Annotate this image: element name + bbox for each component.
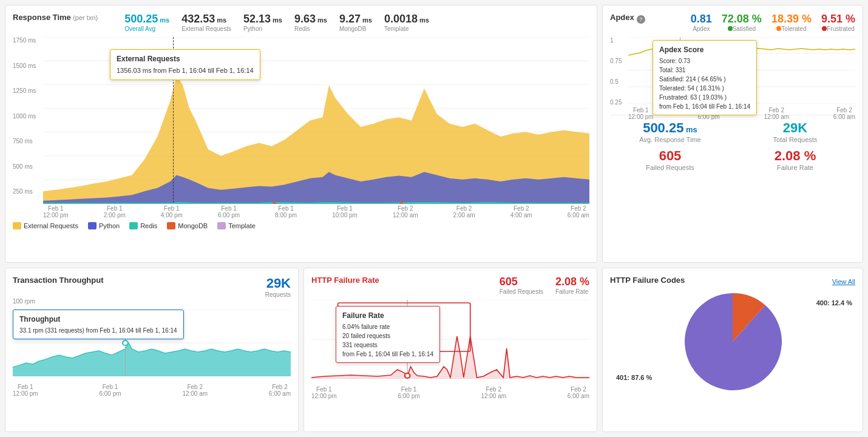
xaxis-feb2-2am: Feb 22:00 am [453,205,475,218]
mongodb-label: MongoDB [339,25,372,32]
apdex-stats: 500.25 ms Avg. Response Time 29K Total R… [610,120,855,171]
yaxis-1500: 1500 ms [13,63,43,69]
redis-metric: 9.63 ms Redis [294,13,327,32]
legend-dot-python [88,222,97,229]
mongodb-value: 9.27 ms [339,13,372,25]
failure-rate-pct-val: 2.08 % [555,276,589,288]
failure-rate-pct-label: Failure Rate [555,288,589,295]
ext-req-value: 432.53 ms [181,13,231,25]
apdex-y075: 0.75 [610,58,628,64]
throughput-unit: Requests [265,291,291,298]
template-label: Template [384,25,429,32]
satisfied-dot [728,26,733,31]
apdex-card: Apdex ? 0.81 Apdex 72.08 % Satisfied 18.… [602,5,863,263]
throughput-x-feb1-6pm: Feb 16:00 pm [99,384,121,397]
frustrated-value: 9.51 % [821,13,855,25]
pie-label-400: 400: 12.4 % [816,299,852,307]
legend-label-mongodb: MongoDB [178,222,208,229]
apdex-main-value: 0.81 [691,13,712,25]
throughput-tooltip-title: Throughput [19,314,177,325]
failure-x-feb2-12am: Feb 212:00 am [481,386,506,399]
apdex-tooltip: Apdex Score Score: 0.73 Total: 331 Satis… [653,40,757,115]
failure-tooltip-line1: 6.04% failure rate [342,322,433,331]
apdex-tooltip-total: Total: 331 [659,66,750,75]
throughput-card: Transaction Throughput 29K Requests 100 … [5,268,299,432]
avg-response-label: Avg. Response Time [639,136,700,143]
apdex-y05: 0.5 [610,78,628,85]
legend-label-redis: Redis [140,222,157,229]
pie-label-401: 401: 87.6 % [616,374,652,381]
avg-response-value: 500.25 ms [643,120,697,136]
failure-tooltip: Failure Rate 6.04% failure rate 20 faile… [336,306,440,363]
legend-label-external: External Requests [24,222,78,229]
satisfied-metric: 72.08 % Satisfied [722,13,762,32]
response-time-subtitle: (per txn) [73,14,98,21]
view-all-link[interactable]: View All [832,278,855,285]
legend-dot-template [217,222,226,229]
throughput-value-group: 29K Requests [265,276,291,298]
xaxis-feb2-12am: Feb 212:00 am [393,205,418,218]
throughput-xaxis: Feb 112:00 pm Feb 16:00 pm Feb 212:00 am… [13,384,291,397]
legend-mongodb: MongoDB [167,222,208,229]
template-value: 0.0018 ms [384,13,429,25]
failure-rate-card: HTTP Failure Rate 605 Failed Requests 2.… [303,268,597,432]
throughput-tooltip: Throughput 33.1 rpm (331 requests) from … [13,310,184,339]
failure-rate-stat: 2.08 % Failure Rate [735,148,855,171]
apdex-chart-area: Apdex Score Score: 0.73 Total: 331 Satis… [610,37,855,110]
satisfied-value: 72.08 % [722,13,762,25]
redis-label: Redis [294,25,327,32]
xaxis-feb1-2pm: Feb 12:00 pm [104,205,126,218]
legend-external-requests: External Requests [13,222,78,229]
failure-rate-header: HTTP Failure Rate 605 Failed Requests 2.… [311,276,589,295]
apdex-title-group: Apdex ? [610,13,645,25]
failure-rate-label: Failure Rate [777,164,813,171]
frustrated-label: Frustrated [822,25,855,32]
apdex-help-icon[interactable]: ? [637,15,645,24]
ext-req-metric: 432.53 ms External Requests [181,13,231,32]
python-label: Python [243,25,282,32]
card-title-group: Response Time (per txn) [13,13,98,22]
apdex-tooltip-satisfied: Satisfied: 214 ( 64.65% ) [659,75,750,84]
tolerated-label: Tolerated [776,25,806,32]
apdex-tooltip-frustrated: Frustrated: 63 ( 19.03% ) [659,93,750,102]
failed-req-val: 605 [500,276,543,288]
mongodb-metric: 9.27 ms MongoDB [339,13,372,32]
chart-with-yaxis: 1750 ms 1500 ms 1250 ms 1000 ms 750 ms 5… [13,37,589,204]
python-metric: 52.13 ms Python [243,13,282,32]
failure-chart: Failure Rate 6.04% failure rate 20 faile… [311,300,589,385]
yaxis-250: 250 ms [13,188,43,195]
legend-label-python: Python [99,222,120,229]
xaxis-feb2-4am: Feb 24:00 am [510,205,532,218]
apdex-y1: 1 [610,37,628,44]
failed-requests-label: Failed Requests [646,164,694,171]
failure-xaxis: Feb 112:00 pm Feb 16:00 pm Feb 212:00 am… [311,386,589,399]
throughput-header: Transaction Throughput 29K Requests [13,276,291,298]
redis-value: 9.63 ms [294,13,327,25]
apdex-x-feb2-12am: Feb 212:00 am [764,107,789,120]
failure-codes-card: HTTP Failure Codes View All 400: 12.4 % … [602,268,863,432]
failure-tooltip-title: Failure Rate [342,310,433,321]
failed-requests-metric: 605 Failed Requests [500,276,543,295]
yaxis-labels: 1750 ms 1500 ms 1250 ms 1000 ms 750 ms 5… [13,37,43,195]
throughput-x-feb2-12am: Feb 212:00 am [182,384,208,397]
apdex-main-label: Apdex [693,25,710,32]
chart-legend: External Requests Python Redis MongoDB T… [13,222,589,229]
failed-requests-stat: 605 Failed Requests [610,148,730,171]
failure-rate-pct-metric: 2.08 % Failure Rate [555,276,589,295]
xaxis-feb1-8pm: Feb 18:00 pm [275,205,297,218]
apdex-metrics: 0.81 Apdex 72.08 % Satisfied 18.39 % Tol… [691,13,855,32]
apdex-tooltip-tolerated: Tolerated: 54 ( 16.31% ) [659,84,750,93]
legend-dot-redis [129,222,138,229]
avg-response-stat: 500.25 ms Avg. Response Time [610,120,730,143]
legend-dot-mongodb [167,222,175,229]
frustrated-dot [822,26,827,31]
yaxis-500: 500 ms [13,163,43,170]
failure-x-feb1-6pm: Feb 16:00 pm [398,386,419,399]
xaxis-feb1-6pm: Feb 16:00 pm [218,205,240,218]
overall-avg-metric: 500.25 ms Overall Avg [124,13,169,32]
throughput-x-feb2-6am: Feb 26:00 am [269,384,291,397]
throughput-area [13,343,291,376]
failed-requests-value: 605 [659,148,682,164]
apdex-y025: 0.25 [610,99,628,106]
throughput-x-feb1-12pm: Feb 112:00 pm [13,384,38,397]
